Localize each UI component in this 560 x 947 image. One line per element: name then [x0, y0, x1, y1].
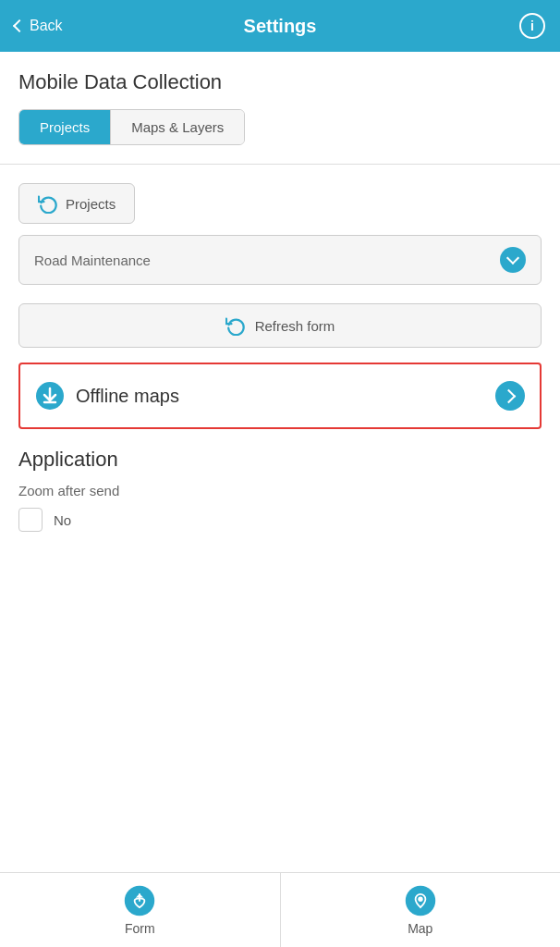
tab-group: Projects Maps & Layers: [18, 109, 245, 145]
tab-maps-layers[interactable]: Maps & Layers: [111, 110, 244, 144]
svg-point-4: [418, 897, 422, 902]
application-title: Application: [18, 448, 542, 472]
divider-1: [0, 164, 560, 165]
tab-projects[interactable]: Projects: [19, 110, 111, 144]
navigate-arrow-icon: [495, 381, 525, 411]
bottom-nav: Form Map: [0, 872, 560, 947]
refresh-form-icon: [225, 315, 246, 336]
no-label: No: [54, 512, 71, 528]
header-title: Settings: [244, 16, 317, 37]
zoom-after-send-label: Zoom after send: [18, 483, 542, 498]
refresh-icon: [38, 193, 58, 214]
form-nav-icon: [123, 884, 156, 917]
back-label: Back: [30, 18, 63, 34]
header: Back Settings i: [0, 0, 560, 52]
nav-form[interactable]: Form: [0, 873, 281, 947]
map-nav-label: Map: [408, 921, 432, 936]
refresh-form-label: Refresh form: [255, 318, 335, 334]
projects-button[interactable]: Projects: [18, 183, 135, 224]
chevron-left-icon: [13, 19, 26, 32]
download-icon: [35, 381, 65, 411]
dropdown-chevron-icon: [500, 247, 526, 273]
back-button[interactable]: Back: [15, 18, 63, 34]
project-dropdown[interactable]: Road Maintenance: [18, 235, 542, 285]
zoom-row: No: [18, 508, 542, 532]
content-area: Mobile Data Collection Projects Maps & L…: [0, 52, 560, 872]
refresh-form-button[interactable]: Refresh form: [18, 303, 542, 348]
offline-maps-row[interactable]: Offline maps: [18, 363, 542, 429]
offline-maps-label: Offline maps: [76, 386, 179, 407]
offline-maps-left: Offline maps: [35, 381, 179, 411]
info-label: i: [530, 18, 534, 33]
phone-screen: Back Settings i Mobile Data Collection P…: [0, 0, 560, 947]
info-button[interactable]: i: [519, 13, 545, 39]
zoom-checkbox[interactable]: [18, 508, 43, 532]
projects-btn-label: Projects: [66, 196, 116, 212]
nav-map[interactable]: Map: [281, 873, 561, 947]
section-title: Mobile Data Collection: [18, 70, 542, 94]
form-nav-label: Form: [125, 921, 155, 936]
dropdown-value: Road Maintenance: [34, 252, 151, 268]
map-nav-icon: [404, 884, 437, 917]
